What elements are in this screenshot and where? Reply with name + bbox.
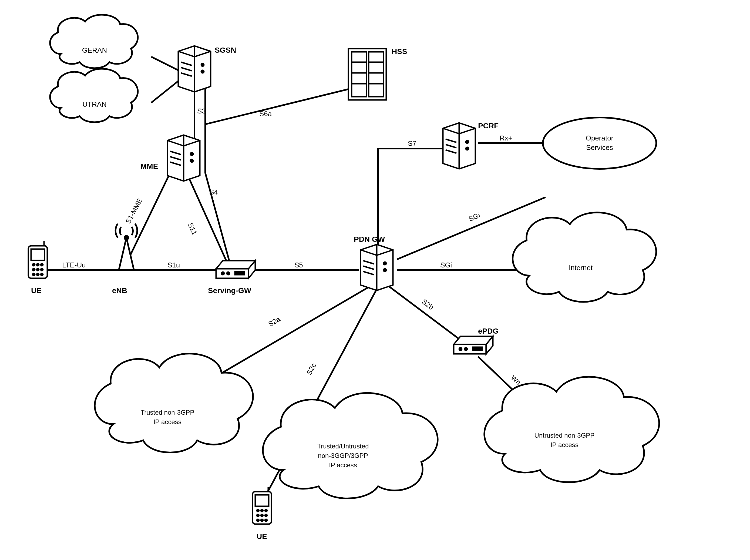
text-mixed-l2: non-3GGP/3GPP: [318, 452, 368, 459]
pgw-icon: [361, 244, 393, 291]
sgw-icon: [216, 261, 255, 278]
link-s2b: [389, 286, 465, 343]
label-s6a: S6a: [259, 110, 272, 118]
text-internet: Internet: [569, 264, 593, 272]
link-s6a: [205, 89, 348, 146]
label-rxp: Rx+: [500, 134, 512, 142]
ue-icon-2: [252, 487, 271, 524]
label-sgi1: SGi: [467, 211, 482, 223]
link-s4: [205, 86, 229, 262]
epdg-icon: [454, 336, 493, 354]
label-s2a: S2a: [267, 315, 282, 328]
text-opserv-l1: Operator: [586, 134, 614, 142]
label-s1u: S1u: [167, 261, 180, 269]
link-s7: [378, 148, 443, 251]
text-geran: GERAN: [82, 46, 107, 54]
pcrf-icon: [443, 123, 475, 169]
label-s4: S4: [209, 188, 218, 196]
link-utran-sgsn: [151, 81, 178, 103]
text-trusted-l1: Trusted non-3GPP: [140, 409, 194, 416]
epc-architecture-diagram: LTE-Uu S1-MME S1u S11 S3 S4 S6a S5 S7 Rx…: [0, 0, 750, 560]
label-ue1: UE: [31, 286, 42, 295]
cloud-utran: [50, 69, 138, 122]
label-s2b: S2b: [420, 297, 435, 312]
label-s7: S7: [408, 139, 417, 147]
label-mme: MME: [140, 162, 158, 171]
link-s11: [189, 178, 227, 262]
cloud-internet: [513, 212, 656, 302]
cloud-geran: [50, 15, 138, 68]
text-untrusted-l2: IP access: [550, 441, 579, 448]
text-utran: UTRAN: [82, 100, 107, 108]
text-opserv-l2: Services: [586, 143, 613, 152]
label-s5: S5: [295, 261, 303, 269]
label-s1mme: S1-MME: [124, 197, 144, 225]
label-wn: Wn: [509, 373, 523, 386]
label-s3: S3: [197, 107, 206, 115]
text-mixed-l3: IP access: [329, 461, 357, 469]
ellipse-operator-services: [543, 118, 656, 169]
label-pcrf: PCRF: [478, 122, 499, 130]
label-sgw: Serving-GW: [208, 286, 251, 295]
text-mixed-l1: Trusted/Untrusted: [317, 442, 369, 450]
label-s11: S11: [186, 221, 199, 236]
text-untrusted-l1: Untrusted non-3GPP: [534, 432, 595, 439]
label-sgi2: SGi: [440, 261, 452, 269]
label-sgsn: SGSN: [215, 46, 236, 54]
hss-icon: [348, 48, 386, 100]
ue-icon-1: [28, 241, 47, 278]
label-ue2: UE: [257, 532, 267, 541]
cloud-untrusted: [484, 377, 659, 482]
text-trusted-l2: IP access: [154, 418, 182, 425]
label-s2c: S2c: [305, 362, 318, 376]
link-geran-sgsn: [151, 57, 178, 70]
label-epdg: ePDG: [478, 327, 499, 335]
label-hss: HSS: [392, 47, 407, 56]
label-lteuu: LTE-Uu: [62, 261, 86, 269]
sgsn-icon: [178, 46, 211, 92]
label-pgw: PDN GW: [354, 235, 385, 243]
label-enb: eNB: [112, 286, 127, 295]
mme-icon: [167, 135, 200, 181]
